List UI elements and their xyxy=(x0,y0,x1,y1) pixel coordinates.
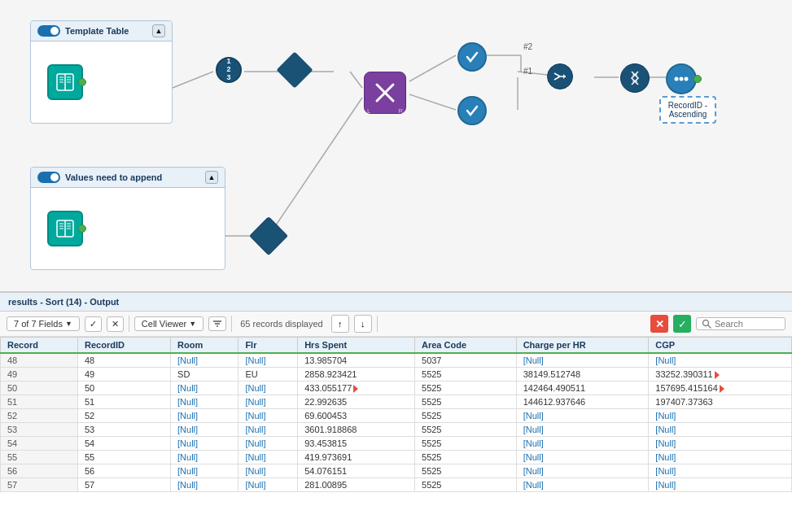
table-row: 5454[Null][Null]93.4538155525[Null][Null… xyxy=(1,437,792,451)
results-panel: results - Sort (14) - Output 7 of 7 Fiel… xyxy=(0,293,792,532)
table-cell: [Null] xyxy=(171,409,238,423)
toolbox2-collapse-btn[interactable]: ▲ xyxy=(205,171,218,184)
toolbox1-out-connector[interactable] xyxy=(78,78,86,86)
filter-icon-btn[interactable] xyxy=(208,316,226,331)
table-cell: 52 xyxy=(78,409,171,423)
toolbox1-header: Template Table ▲ xyxy=(31,21,172,41)
search-icon xyxy=(702,319,711,329)
flow-node-dna[interactable] xyxy=(620,63,650,93)
results-header-text: results - Sort (14) - Output xyxy=(8,297,119,307)
toolbox2-toggle[interactable] xyxy=(37,172,60,183)
toolbox1-book-icon[interactable] xyxy=(47,64,83,100)
ok-btn[interactable]: ✓ xyxy=(673,315,691,333)
close-btn[interactable]: ✕ xyxy=(650,315,668,333)
fields-label: 7 of 7 Fields xyxy=(14,319,63,329)
table-cell: 2858.923421 xyxy=(298,368,415,382)
table-header-row: Record RecordID Room Flr Hrs Spent Area … xyxy=(1,338,792,354)
table-cell: [Null] xyxy=(238,437,298,451)
table-cell: 22.992635 xyxy=(298,395,415,409)
toolbox1-collapse-btn[interactable]: ▲ xyxy=(152,24,165,37)
x-icon-btn[interactable]: ✕ xyxy=(107,316,124,332)
filter-icon xyxy=(212,319,222,329)
table-cell: 56 xyxy=(78,464,171,478)
cell-viewer-btn[interactable]: Cell Viewer ▼ xyxy=(134,316,203,331)
table-cell: [Null] xyxy=(516,437,649,451)
table-cell: 51 xyxy=(78,395,171,409)
canvas-area: Template Table ▲ xyxy=(0,0,792,293)
flow-node-numbers[interactable]: 123 xyxy=(216,57,242,83)
table-cell: SD xyxy=(171,368,238,382)
arrow-down-btn[interactable]: ↓ xyxy=(354,315,372,333)
table-cell: 50 xyxy=(1,382,78,395)
flow-node-check-bottom[interactable] xyxy=(457,96,487,125)
toolbox1-toggle[interactable] xyxy=(37,25,60,37)
toolbox2-book-icon[interactable] xyxy=(47,211,83,246)
table-cell: 54.076151 xyxy=(298,464,415,478)
check-icon-btn[interactable]: ✓ xyxy=(85,316,102,332)
table-cell: [Null] xyxy=(238,395,298,409)
table-row: 5555[Null][Null]419.9736915525[Null][Nul… xyxy=(1,451,792,464)
table-cell: 54 xyxy=(78,437,171,451)
red-triangle-icon xyxy=(353,385,358,393)
table-row: 5757[Null][Null]281.008955525[Null][Null… xyxy=(1,478,792,492)
table-row: 4949SDEU2858.923421552538149.51274833252… xyxy=(1,368,792,382)
flow-node-diamond[interactable] xyxy=(282,57,308,83)
template-table-toolbox: Template Table ▲ xyxy=(30,20,173,124)
flow-node-merge[interactable] xyxy=(547,63,573,89)
flow-node-check-top[interactable] xyxy=(457,42,487,72)
table-cell: 56 xyxy=(1,464,78,478)
table-cell: 5525 xyxy=(415,395,517,409)
table-cell: [Null] xyxy=(516,353,649,368)
arrow-up-btn[interactable]: ↑ xyxy=(331,315,349,333)
flow-node-join[interactable]: L R xyxy=(364,72,406,114)
table-cell: 53 xyxy=(1,423,78,437)
svg-line-32 xyxy=(554,73,560,76)
svg-marker-35 xyxy=(563,74,566,79)
fields-dropdown-btn[interactable]: 7 of 7 Fields ▼ xyxy=(7,316,80,331)
table-cell: 52 xyxy=(1,409,78,423)
table-cell: [Null] xyxy=(649,353,792,368)
toolbox2-out-connector[interactable] xyxy=(78,225,86,233)
table-cell: [Null] xyxy=(516,423,649,437)
table-cell: [Null] xyxy=(238,423,298,437)
table-cell: 281.00895 xyxy=(298,478,415,492)
table-cell: 157695.415164 xyxy=(649,382,792,395)
col-cgp: CGP xyxy=(649,338,792,354)
toolbar-sep2 xyxy=(231,316,232,332)
data-table: Record RecordID Room Flr Hrs Spent Area … xyxy=(0,337,792,492)
table-row: 5050[Null][Null]433.0551775525142464.490… xyxy=(1,382,792,395)
toolbox1-title: Template Table xyxy=(65,26,152,36)
svg-point-39 xyxy=(680,77,684,81)
table-cell: 48 xyxy=(1,353,78,368)
table-cell: 54 xyxy=(1,437,78,451)
search-input[interactable] xyxy=(715,319,780,329)
table-cell: 5525 xyxy=(415,451,517,464)
red-triangle-icon xyxy=(715,371,720,379)
table-cell: 50 xyxy=(78,382,171,395)
table-cell: 5525 xyxy=(415,437,517,451)
flow-node-dots[interactable] xyxy=(666,63,697,94)
table-cell: EU xyxy=(238,368,298,382)
cell-viewer-label: Cell Viewer xyxy=(142,319,186,329)
table-cell: [Null] xyxy=(171,478,238,492)
table-cell: [Null] xyxy=(171,464,238,478)
col-recordid: RecordID xyxy=(78,338,171,354)
flow-node-union[interactable] xyxy=(255,222,282,250)
table-cell: 5525 xyxy=(415,382,517,395)
svg-line-5 xyxy=(409,94,456,110)
table-cell: [Null] xyxy=(516,451,649,464)
svg-line-4 xyxy=(409,55,456,81)
dots-out-connector[interactable] xyxy=(694,75,702,83)
svg-point-40 xyxy=(685,77,689,81)
table-cell: 5525 xyxy=(415,478,517,492)
table-cell: 197407.37363 xyxy=(649,395,792,409)
table-cell: [Null] xyxy=(171,353,238,368)
table-cell: 13.985704 xyxy=(298,353,415,368)
col-area-code: Area Code xyxy=(415,338,517,354)
table-cell: 144612.937646 xyxy=(516,395,649,409)
red-triangle-icon xyxy=(720,385,724,393)
table-cell: [Null] xyxy=(516,464,649,478)
data-table-scroll[interactable]: Record RecordID Room Flr Hrs Spent Area … xyxy=(0,337,792,532)
table-cell: 51 xyxy=(1,395,78,409)
toolbar-sep1 xyxy=(129,316,129,332)
